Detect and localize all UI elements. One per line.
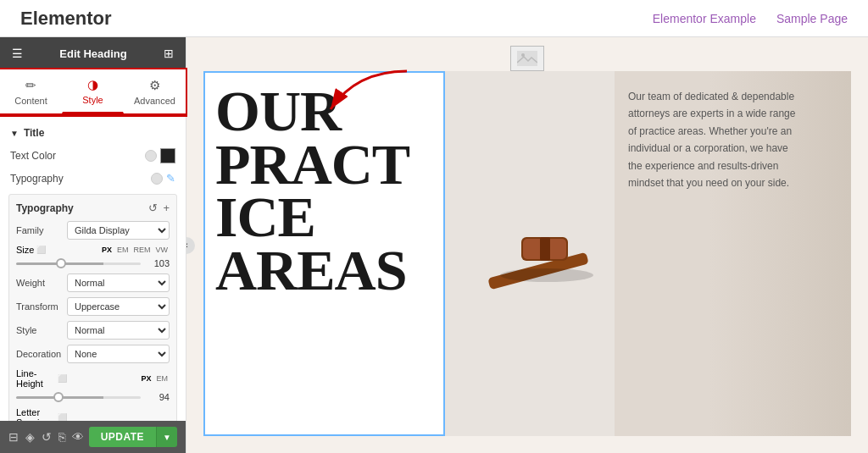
line-height-label: Line-Height ⬜	[16, 368, 67, 389]
svg-point-6	[500, 268, 593, 282]
color-swatch[interactable]	[160, 148, 175, 163]
text-color-row: Text Color	[0, 144, 186, 168]
lh-unit-px[interactable]: PX	[139, 373, 153, 384]
text-color-label: Text Color	[10, 150, 138, 162]
main-layout: ☰ Edit Heading ⊞ ✏ Content ◑ Style ⚙ Adv…	[0, 37, 868, 453]
family-label: Family	[16, 225, 67, 235]
typography-panel-actions: ↺ +	[148, 202, 170, 214]
weight-select[interactable]: Normal	[67, 273, 170, 292]
heading-container[interactable]: OUR PRACT ICE AREAS	[203, 71, 445, 436]
line-height-units: PX EM	[139, 373, 170, 384]
add-icon[interactable]: +	[163, 202, 170, 214]
weight-control: Normal	[67, 273, 170, 292]
responsive-icon[interactable]: ⊟	[8, 430, 19, 444]
style-select[interactable]: Normal	[67, 321, 170, 340]
typography-controls: ✎	[151, 172, 175, 185]
sidebar: ☰ Edit Heading ⊞ ✏ Content ◑ Style ⚙ Adv…	[0, 37, 186, 453]
nav-link-sample-page[interactable]: Sample Page	[776, 12, 848, 25]
history-icon[interactable]: ↺	[42, 430, 52, 444]
hamburger-icon[interactable]: ☰	[12, 47, 23, 60]
lh-unit-em[interactable]: EM	[155, 373, 170, 384]
reset-icon[interactable]: ↺	[148, 202, 158, 214]
style-control: Normal	[67, 321, 170, 340]
sidebar-content: ▼ Title Text Color Typography ✎	[0, 115, 186, 421]
collapse-arrow-icon: ▼	[10, 129, 19, 138]
tab-advanced[interactable]: ⚙ Advanced	[124, 69, 186, 113]
typography-panel-title: Typography	[16, 202, 74, 214]
size-label: Size ⬜	[16, 245, 67, 255]
svg-rect-0	[517, 51, 537, 66]
decoration-label: Decoration	[16, 349, 67, 359]
weight-label: Weight	[16, 278, 67, 288]
top-bar: Elementor Elementor Example Sample Page	[0, 0, 868, 37]
size-slider-row: 103	[16, 258, 170, 268]
style-icon: ◑	[87, 77, 98, 92]
style-label: Style	[16, 325, 67, 335]
size-row: Size ⬜ PX EM REM VW	[16, 245, 170, 255]
text-color-controls	[145, 148, 175, 163]
tab-content[interactable]: ✏ Content	[0, 69, 62, 113]
unit-px[interactable]: PX	[100, 245, 114, 255]
grid-icon[interactable]: ⊞	[164, 47, 174, 60]
title-section-header[interactable]: ▼ Title	[0, 122, 186, 144]
typography-global-icon[interactable]	[151, 173, 163, 185]
decoration-control: None	[67, 345, 170, 363]
canvas-area[interactable]: ‹ OUR PRACT ICE AREAS	[186, 37, 868, 453]
advanced-icon: ⚙	[149, 78, 160, 93]
description-area: Our team of dedicated & dependable attor…	[615, 71, 851, 436]
family-select[interactable]: Gilda Display	[67, 221, 170, 240]
monitor-icon3: ⬜	[58, 413, 67, 421]
svg-point-1	[521, 53, 525, 57]
tab-advanced-label: Advanced	[134, 96, 175, 106]
heading-text: OUR PRACT ICE AREAS	[205, 73, 443, 308]
typography-edit-icon[interactable]: ✎	[166, 172, 175, 185]
color-global-icon[interactable]	[145, 150, 157, 162]
sidebar-bottom-bar: ⊟ ◈ ↺ ⎘ 👁 UPDATE ▼	[0, 421, 186, 453]
transform-label: Transform	[16, 301, 67, 312]
transform-control: Uppercase	[67, 297, 170, 316]
unit-em[interactable]: EM	[115, 245, 131, 255]
line-height-slider[interactable]	[16, 396, 141, 399]
update-button[interactable]: UPDATE	[89, 427, 156, 447]
family-control: Gilda Display	[67, 221, 170, 240]
size-slider[interactable]	[16, 262, 141, 265]
unit-rem[interactable]: REM	[132, 245, 153, 255]
transform-row: Transform Uppercase	[16, 297, 170, 316]
gavel-image	[462, 216, 598, 292]
line-height-slider-row: 94	[16, 392, 170, 402]
placeholder-image	[510, 46, 544, 71]
style-row: Style Normal	[16, 321, 170, 340]
tab-style-label: Style	[82, 95, 103, 105]
monitor-icon2: ⬜	[58, 374, 67, 383]
panel-title: Edit Heading	[59, 47, 126, 60]
update-button-wrapper: UPDATE ▼	[89, 427, 177, 447]
section-title-label: Title	[24, 127, 44, 139]
typography-row: Typography ✎	[0, 168, 186, 189]
typography-panel: Typography ↺ + Family Gilda Display	[8, 194, 177, 421]
unit-vw[interactable]: VW	[154, 245, 170, 255]
nav-link-elementor-example[interactable]: Elementor Example	[653, 12, 756, 25]
monitor-icon: ⬜	[36, 246, 46, 254]
decoration-select[interactable]: None	[67, 345, 170, 363]
eye-icon[interactable]: 👁	[72, 430, 84, 444]
copy-icon[interactable]: ⎘	[58, 430, 65, 444]
tab-style[interactable]: ◑ Style	[62, 69, 124, 113]
gavel-area	[445, 71, 615, 436]
unit-buttons: PX EM REM VW	[100, 245, 170, 255]
typography-panel-header: Typography ↺ +	[16, 202, 170, 214]
sidebar-header: ☰ Edit Heading ⊞	[0, 37, 186, 69]
weight-row: Weight Normal	[16, 273, 170, 292]
update-caret-button[interactable]: ▼	[156, 427, 177, 447]
letter-spacing-label: Letter Spacing ⬜	[16, 407, 67, 421]
tab-content-label: Content	[14, 96, 47, 106]
page-content: OUR PRACT ICE AREAS	[186, 37, 868, 453]
line-height-value: 94	[146, 392, 170, 402]
layers-icon[interactable]: ◈	[25, 430, 35, 444]
svg-rect-5	[540, 237, 550, 261]
bottom-icons: ⊟ ◈ ↺ ⎘ 👁	[8, 430, 84, 444]
transform-select[interactable]: Uppercase	[67, 297, 170, 316]
font-family-row: Family Gilda Display	[16, 221, 170, 240]
app-title: Elementor	[20, 8, 112, 30]
line-height-row: Line-Height ⬜ PX EM	[16, 368, 170, 389]
size-value: 103	[146, 258, 170, 268]
